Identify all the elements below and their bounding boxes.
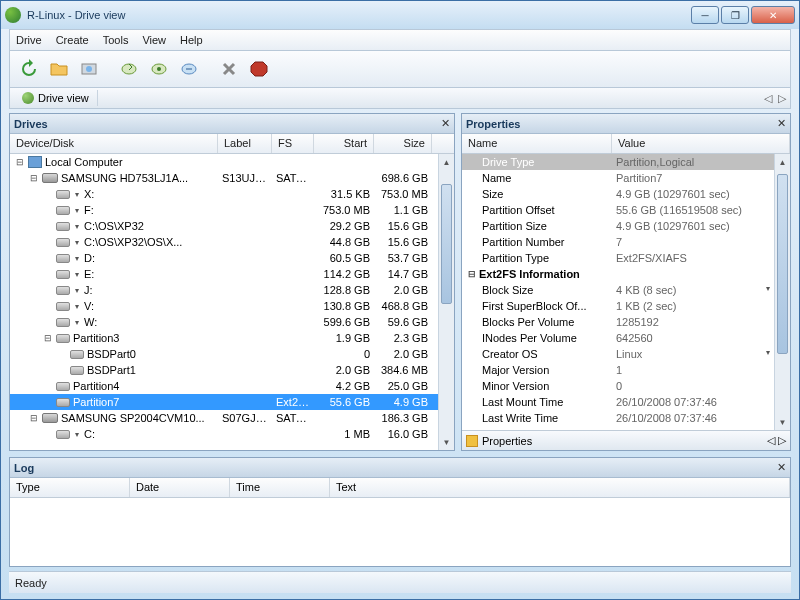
col-label[interactable]: Label — [218, 134, 272, 153]
property-row[interactable]: Minor Version 0 — [462, 378, 790, 394]
scroll-thumb[interactable] — [777, 174, 788, 354]
drives-close-icon[interactable]: ✕ — [441, 117, 450, 130]
col-size[interactable]: Size — [374, 134, 432, 153]
property-row[interactable]: Partition Offset 55.6 GB (116519508 sec) — [462, 202, 790, 218]
chevron-down-icon[interactable]: ▾ — [73, 318, 81, 327]
log-close-icon[interactable]: ✕ — [777, 461, 786, 474]
tree-row[interactable]: ▾ C:\OS\XP32\OS\X... 44.8 GB 15.6 GB — [10, 234, 454, 250]
tree-row[interactable]: Partition4 4.2 GB 25.0 GB — [10, 378, 454, 394]
props-prev-icon[interactable]: ◁ — [767, 434, 775, 446]
props-next-icon[interactable]: ▷ — [778, 434, 786, 446]
tab-next-icon[interactable]: ▷ — [778, 92, 786, 105]
col-device[interactable]: Device/Disk — [10, 134, 218, 153]
tree-row[interactable]: ▾ C:\OS\XP32 29.2 GB 15.6 GB — [10, 218, 454, 234]
col-start[interactable]: Start — [314, 134, 374, 153]
chevron-down-icon[interactable]: ▾ — [764, 348, 772, 357]
properties-body[interactable]: Drive Type Partition,Logical Name Partit… — [462, 154, 790, 430]
tree-twist-icon[interactable]: ⊟ — [28, 173, 39, 183]
tree-row[interactable]: Partition7 Ext2FS 55.6 GB 4.9 GB — [10, 394, 454, 410]
chevron-down-icon[interactable]: ▾ — [764, 284, 772, 293]
property-row[interactable]: Size 4.9 GB (10297601 sec) — [462, 186, 790, 202]
property-group[interactable]: ⊟Ext2FS Information — [462, 266, 790, 282]
col-prop-value[interactable]: Value — [612, 134, 790, 153]
scroll-down-icon[interactable]: ▼ — [439, 434, 454, 450]
property-row[interactable]: Block Size 4 KB (8 sec) ▾ — [462, 282, 790, 298]
tree-row[interactable]: BSDPart0 0 2.0 GB — [10, 346, 454, 362]
minimize-button[interactable]: ─ — [691, 6, 719, 24]
tree-twist-icon[interactable]: ⊟ — [42, 333, 53, 343]
col-log-type[interactable]: Type — [10, 478, 130, 497]
tree-row[interactable]: BSDPart1 2.0 GB 384.6 MB — [10, 362, 454, 378]
prop-name: Last Write Time — [482, 412, 558, 424]
menu-create[interactable]: Create — [56, 34, 89, 46]
col-log-date[interactable]: Date — [130, 478, 230, 497]
maximize-button[interactable]: ❐ — [721, 6, 749, 24]
chevron-down-icon[interactable]: ▾ — [73, 270, 81, 279]
stop-button[interactable] — [246, 56, 272, 82]
log-body[interactable] — [10, 498, 790, 566]
tree-row[interactable]: ▾ D: 60.5 GB 53.7 GB — [10, 250, 454, 266]
property-row[interactable]: Partition Size 4.9 GB (10297601 sec) — [462, 218, 790, 234]
tree-row[interactable]: ▾ J: 128.8 GB 2.0 GB — [10, 282, 454, 298]
tree-twist-icon[interactable]: ⊟ — [28, 413, 39, 423]
chevron-down-icon[interactable]: ▾ — [73, 206, 81, 215]
tree-row[interactable]: ▾ E: 114.2 GB 14.7 GB — [10, 266, 454, 282]
menu-drive[interactable]: Drive — [16, 34, 42, 46]
chevron-down-icon[interactable]: ▾ — [73, 190, 81, 199]
property-row[interactable]: First SuperBlock Of... 1 KB (2 sec) — [462, 298, 790, 314]
property-row[interactable]: Name Partition7 — [462, 170, 790, 186]
menu-view[interactable]: View — [142, 34, 166, 46]
tree-twist-icon[interactable]: ⊟ — [14, 157, 25, 167]
disk-action1-button[interactable] — [116, 56, 142, 82]
tab-prev-icon[interactable]: ◁ — [764, 92, 772, 105]
property-row[interactable]: Drive Type Partition,Logical — [462, 154, 790, 170]
col-log-text[interactable]: Text — [330, 478, 790, 497]
col-log-time[interactable]: Time — [230, 478, 330, 497]
chevron-down-icon[interactable]: ▾ — [73, 430, 81, 439]
tree-row[interactable]: ⊟ SAMSUNG HD753LJ1A... S13UJ1... SATA2 (… — [10, 170, 454, 186]
menu-tools[interactable]: Tools — [103, 34, 129, 46]
chevron-down-icon[interactable]: ▾ — [73, 222, 81, 231]
col-prop-name[interactable]: Name — [462, 134, 612, 153]
tree-row[interactable]: ⊟ Partition3 1.9 GB 2.3 GB — [10, 330, 454, 346]
property-row[interactable]: INodes Per Volume 642560 — [462, 330, 790, 346]
property-row[interactable]: Major Version 1 — [462, 362, 790, 378]
tree-row[interactable]: ⊟ SAMSUNG SP2004CVM10... S07GJ10... SATA… — [10, 410, 454, 426]
tree-row[interactable]: ▾ V: 130.8 GB 468.8 GB — [10, 298, 454, 314]
scroll-up-icon[interactable]: ▲ — [775, 154, 790, 170]
tree-row[interactable]: ▾ W: 599.6 GB 59.6 GB — [10, 314, 454, 330]
props-scrollbar[interactable]: ▲ ▼ — [774, 154, 790, 430]
scan-button[interactable] — [76, 56, 102, 82]
tree-row[interactable]: ▾ X: 31.5 KB 753.0 MB — [10, 186, 454, 202]
refresh-button[interactable] — [16, 56, 42, 82]
disk-action3-button[interactable] — [176, 56, 202, 82]
disk-action2-button[interactable] — [146, 56, 172, 82]
delete-button[interactable] — [216, 56, 242, 82]
menu-help[interactable]: Help — [180, 34, 203, 46]
scroll-up-icon[interactable]: ▲ — [439, 154, 454, 170]
titlebar[interactable]: R-Linux - Drive view ─ ❐ ✕ — [1, 1, 799, 29]
tree-row[interactable]: ⊟ Local Computer — [10, 154, 454, 170]
property-row[interactable]: Partition Type Ext2FS/XIAFS — [462, 250, 790, 266]
property-row[interactable]: Last Mount Time 26/10/2008 07:37:46 — [462, 394, 790, 410]
scroll-down-icon[interactable]: ▼ — [775, 414, 790, 430]
property-row[interactable]: Creator OS Linux ▾ — [462, 346, 790, 362]
property-row[interactable]: Blocks Per Volume 1285192 — [462, 314, 790, 330]
tree-row[interactable]: ▾ C: 1 MB 16.0 GB — [10, 426, 454, 442]
drives-scrollbar[interactable]: ▲ ▼ — [438, 154, 454, 450]
property-row[interactable]: Partition Number 7 — [462, 234, 790, 250]
chevron-down-icon[interactable]: ▾ — [73, 286, 81, 295]
properties-close-icon[interactable]: ✕ — [777, 117, 786, 130]
col-fs[interactable]: FS — [272, 134, 314, 153]
chevron-down-icon[interactable]: ▾ — [73, 302, 81, 311]
chevron-down-icon[interactable]: ▾ — [73, 238, 81, 247]
close-button[interactable]: ✕ — [751, 6, 795, 24]
tree-twist-icon[interactable]: ⊟ — [466, 269, 477, 279]
chevron-down-icon[interactable]: ▾ — [73, 254, 81, 263]
tab-drive-view[interactable]: Drive view — [14, 90, 98, 106]
tree-row[interactable]: ▾ F: 753.0 MB 1.1 GB — [10, 202, 454, 218]
open-folder-button[interactable] — [46, 56, 72, 82]
drives-tree[interactable]: ⊟ Local Computer ⊟ SAMSUNG HD753LJ1A... … — [10, 154, 454, 450]
property-row[interactable]: Last Write Time 26/10/2008 07:37:46 — [462, 410, 790, 426]
scroll-thumb[interactable] — [441, 184, 452, 304]
